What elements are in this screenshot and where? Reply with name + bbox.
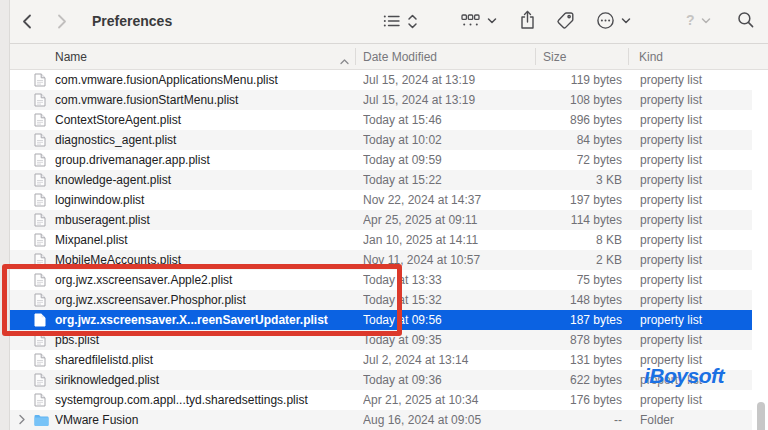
file-date-modified: Today at 09:56 [363,310,493,330]
column-header-kind[interactable]: Kind [639,44,663,70]
file-row[interactable]: ContextStoreAgent.plistToday at 15:46896… [10,110,752,130]
file-kind: property list [640,230,750,250]
plist-file-icon [34,293,46,310]
file-kind: property list [640,150,750,170]
share-button[interactable] [519,10,536,31]
file-date-modified: Jul 15, 2024 at 13:19 [363,90,493,110]
column-divider[interactable] [535,48,536,65]
file-name: com.vmware.fusionStartMenu.plist [55,90,350,110]
file-date-modified: Jul 2, 2024 at 13:14 [363,350,493,370]
file-row[interactable]: pbs.plistToday at 09:35878 bytesproperty… [10,330,752,350]
help-chevron[interactable] [701,17,711,25]
file-row[interactable]: Mixpanel.plistJan 10, 2025 at 14:118 KBp… [10,230,752,250]
file-row[interactable]: org.jwz.xscreensaver.Phosphor.plistToday… [10,290,752,310]
file-date-modified: Today at 15:22 [363,170,493,190]
plist-file-icon [34,173,46,190]
share-icon [519,10,536,31]
file-row[interactable]: com.vmware.fusionStartMenu.plistJul 15, … [10,90,752,110]
file-date-modified: Jul 15, 2024 at 13:19 [363,70,493,90]
more-options-button[interactable] [596,11,615,30]
file-kind: property list [640,90,750,110]
file-size: 119 bytes [490,70,622,90]
vertical-scrollbar[interactable] [757,402,765,430]
file-size: 114 bytes [490,210,622,230]
folder-icon [34,414,49,430]
file-row[interactable]: org.jwz.xscreensaver.Apple2.plistToday a… [10,270,752,290]
column-divider[interactable] [628,48,629,65]
file-name: ContextStoreAgent.plist [55,110,350,130]
column-divider[interactable] [355,48,356,65]
file-row[interactable]: mbuseragent.plistApr 25, 2025 at 09:1111… [10,210,752,230]
group-view-chevron[interactable] [487,17,497,25]
file-row[interactable]: VMware FusionAug 16, 2024 at 09:05--Fold… [10,410,752,430]
sort-ascending-icon [340,54,349,68]
file-date-modified: Apr 25, 2025 at 09:11 [363,210,493,230]
file-name: group.drivemanager.app.plist [55,150,350,170]
file-row[interactable]: com.vmware.fusionApplicationsMenu.plistJ… [10,70,752,90]
file-row[interactable]: knowledge-agent.plistToday at 15:223 KBp… [10,170,752,190]
more-options-chevron[interactable] [621,17,631,25]
tag-button[interactable] [556,11,575,30]
file-row[interactable]: siriknowledged.plistToday at 09:36622 by… [10,370,752,390]
file-row[interactable]: group.drivemanager.app.plistToday at 09:… [10,150,752,170]
file-row[interactable]: diagnostics_agent.plistToday at 10:0284 … [10,130,752,150]
file-size: 84 bytes [490,130,622,150]
file-name: pbs.plist [55,330,350,350]
file-date-modified: Nov 22, 2024 at 14:37 [363,190,493,210]
file-date-modified: Today at 13:33 [363,270,493,290]
file-size: 176 bytes [490,390,622,410]
list-view-button[interactable] [383,13,401,29]
file-kind: property list [640,130,750,150]
group-view-icon [461,13,480,29]
file-row[interactable]: loginwindow.plistNov 22, 2024 at 14:3719… [10,190,752,210]
back-button[interactable] [20,13,35,30]
file-size: 2 KB [490,250,622,270]
file-row[interactable]: org.jwz.xscreensaver.X...reenSaverUpdate… [10,310,752,330]
file-kind: property list [640,170,750,190]
column-header-size[interactable]: Size [543,44,566,70]
chevron-down-icon [487,17,497,25]
column-header-name[interactable]: Name [55,44,87,70]
file-name: MobileMeAccounts.plist [55,250,350,270]
sort-order-control[interactable] [406,13,419,30]
file-name: systemgroup.com.appl...tyd.sharedsetting… [55,390,350,410]
forward-button[interactable] [54,13,69,30]
plist-file-icon [34,273,46,290]
file-size: 108 bytes [490,90,622,110]
watermark: iBoysoft [644,364,724,388]
file-size: 72 bytes [490,150,622,170]
file-row[interactable]: systemgroup.com.appl...tyd.sharedsetting… [10,390,752,410]
file-name: Mixpanel.plist [55,230,350,250]
finder-window: Preferences [0,0,768,430]
file-row[interactable]: MobileMeAccounts.plistNov 11, 2024 at 10… [10,250,752,270]
disclosure-chevron-icon[interactable] [18,414,26,428]
file-size: 622 bytes [490,370,622,390]
file-date-modified: Aug 16, 2024 at 09:05 [363,410,493,430]
file-kind: property list [640,210,750,230]
file-kind: property list [640,70,750,90]
list-view-icon [383,13,401,29]
file-kind: property list [640,310,750,330]
file-name: knowledge-agent.plist [55,170,350,190]
plist-file-icon [34,333,46,350]
file-name: VMware Fusion [55,410,350,430]
column-header-date-modified[interactable]: Date Modified [363,44,437,70]
file-kind: property list [640,270,750,290]
file-size: 75 bytes [490,270,622,290]
file-row[interactable]: sharedfilelistd.plistJul 2, 2024 at 13:1… [10,350,752,370]
file-date-modified: Apr 21, 2025 at 10:34 [363,390,493,410]
file-size: 896 bytes [490,110,622,130]
help-button[interactable]: ? [686,12,695,28]
plist-file-icon [34,133,46,150]
toolbar: Preferences [0,0,768,44]
file-size: 187 bytes [490,310,622,330]
file-kind: property list [640,290,750,310]
group-view-button[interactable] [461,13,480,29]
file-size: 197 bytes [490,190,622,210]
file-size: 8 KB [490,230,622,250]
file-kind: property list [640,110,750,130]
sidebar-edge [0,0,10,430]
file-name: siriknowledged.plist [55,370,350,390]
file-date-modified: Today at 15:46 [363,110,493,130]
search-button[interactable] [737,11,755,29]
